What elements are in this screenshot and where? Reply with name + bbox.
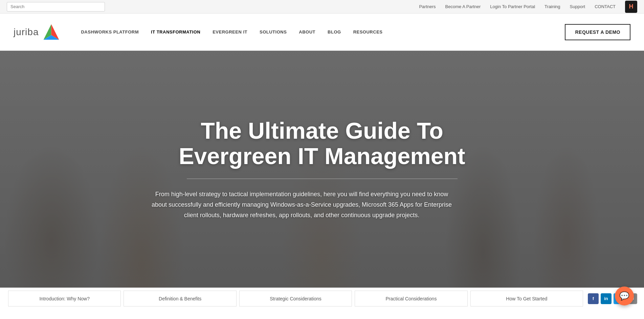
tab-practical-considerations[interactable]: Practical Considerations bbox=[355, 291, 467, 306]
nav-become-partner[interactable]: Become A Partner bbox=[445, 4, 481, 9]
hero-divider bbox=[187, 179, 458, 179]
social-linkedin-icon[interactable]: in bbox=[601, 293, 612, 304]
nav-it-transformation[interactable]: IT TRANSFORMATION bbox=[151, 29, 200, 35]
chat-bubble-icon: 💬 bbox=[619, 291, 629, 301]
hero-section: The Ultimate Guide To Evergreen IT Manag… bbox=[0, 51, 644, 288]
bottom-tabs: Introduction: Why Now? Definition & Bene… bbox=[0, 288, 644, 309]
tab-introduction[interactable]: Introduction: Why Now? bbox=[8, 291, 121, 306]
tab-how-to-get-started[interactable]: How To Get Started bbox=[470, 291, 583, 306]
nav-blog[interactable]: BLOG bbox=[328, 29, 341, 35]
social-facebook-icon[interactable]: f bbox=[588, 293, 599, 304]
top-nav: Partners Become A Partner Login To Partn… bbox=[419, 1, 637, 13]
tab-definition-benefits[interactable]: Definition & Benefits bbox=[124, 291, 236, 306]
logo-triangle-icon bbox=[42, 23, 61, 41]
search-input[interactable] bbox=[7, 2, 105, 12]
nav-login-partner-portal[interactable]: Login To Partner Portal bbox=[490, 4, 535, 9]
main-nav: juriba DASHWORKS PLATFORM IT TRANSFORMAT… bbox=[0, 14, 644, 51]
search-container bbox=[7, 2, 105, 12]
nav-about[interactable]: ABOUT bbox=[299, 29, 315, 35]
hero-description: From high-level strategy to tactical imp… bbox=[150, 189, 454, 220]
nav-dashworks[interactable]: DASHWORKS PLATFORM bbox=[81, 29, 139, 35]
nav-resources[interactable]: RESOURCES bbox=[353, 29, 383, 35]
top-bar: Partners Become A Partner Login To Partn… bbox=[0, 0, 644, 14]
nav-training[interactable]: Training bbox=[545, 4, 560, 9]
logo[interactable]: juriba bbox=[14, 23, 61, 41]
nav-evergreen-it[interactable]: EVERGREEN IT bbox=[213, 29, 247, 35]
nav-contact[interactable]: CONTACT bbox=[595, 4, 616, 9]
chat-bubble-button[interactable]: 💬 bbox=[615, 287, 634, 305]
logo-text: juriba bbox=[14, 27, 39, 38]
request-demo-button[interactable]: REQUEST A DEMO bbox=[565, 24, 630, 40]
hero-content: The Ultimate Guide To Evergreen IT Manag… bbox=[136, 118, 508, 220]
nav-solutions[interactable]: SOLUTIONS bbox=[260, 29, 287, 35]
nav-support[interactable]: Support bbox=[570, 4, 585, 9]
tab-strategic-considerations[interactable]: Strategic Considerations bbox=[239, 291, 352, 306]
hubspot-icon[interactable]: H bbox=[625, 1, 637, 13]
hero-title: The Ultimate Guide To Evergreen IT Manag… bbox=[150, 118, 495, 169]
nav-links: DASHWORKS PLATFORM IT TRANSFORMATION EVE… bbox=[81, 29, 565, 35]
nav-partners[interactable]: Partners bbox=[419, 4, 436, 9]
